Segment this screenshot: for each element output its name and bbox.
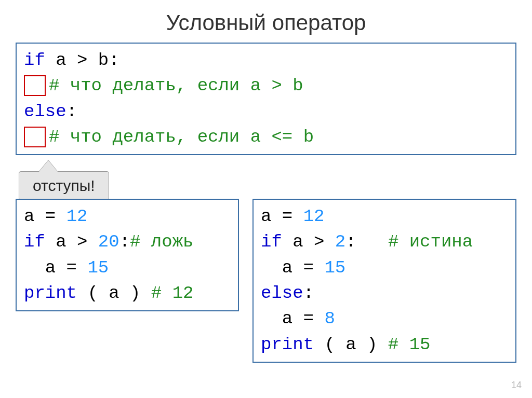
- page-number: 14: [511, 380, 522, 391]
- keyword-if: if: [24, 232, 45, 252]
- code-text: :: [119, 232, 130, 252]
- number: 8: [324, 309, 335, 328]
- keyword-print: print: [261, 335, 314, 354]
- comment: # 12: [151, 283, 194, 303]
- keyword-else: else: [24, 102, 66, 121]
- indent-marker: [24, 127, 46, 147]
- callout-indents: отступы!: [19, 171, 109, 200]
- code-text: a =: [261, 258, 324, 278]
- code-text: ( a ): [314, 335, 388, 354]
- code-box-top: if a > b: # что делать, если a > b else:…: [16, 43, 516, 155]
- indent-marker: [24, 75, 46, 96]
- code-text: a =: [24, 207, 66, 226]
- number: 20: [98, 232, 119, 252]
- number: 2: [335, 232, 345, 252]
- code-text: :: [345, 232, 388, 252]
- number: 15: [87, 258, 109, 278]
- keyword-if: if: [261, 232, 282, 252]
- number: 12: [303, 207, 325, 226]
- bottom-row: a = 12 if a > 20:# ложь a = 15 print ( a…: [12, 199, 520, 363]
- slide: Условный оператор if a > b: # что делать…: [0, 0, 532, 398]
- code-box-right: a = 12 if a > 2: # истина a = 15 else: a…: [252, 199, 516, 363]
- code-text: a >: [45, 232, 98, 252]
- page-title: Условный оператор: [12, 10, 520, 35]
- code-text: a =: [24, 258, 87, 278]
- comment: # что делать, если a <= b: [49, 127, 314, 147]
- code-text: a >: [282, 232, 335, 252]
- comment: # истина: [388, 232, 473, 252]
- code-text: :: [66, 102, 77, 121]
- comment: # ложь: [130, 232, 193, 252]
- keyword-else: else: [261, 283, 303, 303]
- code-text: a =: [261, 309, 324, 328]
- code-text: :: [303, 283, 314, 303]
- number: 12: [66, 207, 88, 226]
- code-text: a =: [261, 207, 303, 226]
- code-text: ( a ): [77, 283, 151, 303]
- comment: # 15: [388, 335, 431, 354]
- comment: # что делать, если a > b: [49, 76, 303, 95]
- code-box-left: a = 12 if a > 20:# ложь a = 15 print ( a…: [16, 199, 239, 311]
- keyword-print: print: [24, 283, 77, 303]
- keyword-if: if: [24, 50, 45, 70]
- number: 15: [324, 258, 345, 278]
- code-text: a > b:: [45, 50, 119, 70]
- callout-label: отступы!: [33, 177, 95, 194]
